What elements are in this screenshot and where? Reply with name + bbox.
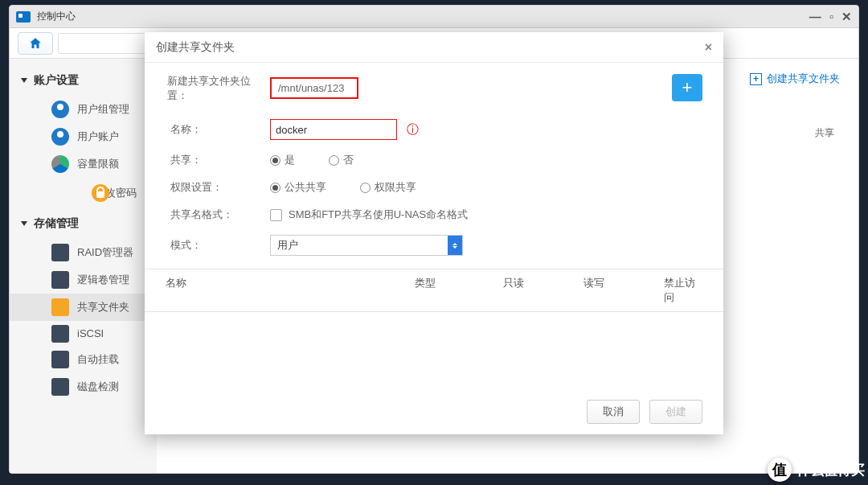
sidebar-item-quota[interactable]: 容量限额 bbox=[10, 150, 157, 178]
add-path-button[interactable]: + bbox=[672, 74, 702, 101]
watermark-icon: 值 bbox=[768, 458, 792, 482]
sidebar-item-password[interactable]: 修改密码 bbox=[10, 178, 157, 208]
perm-restrict-radio[interactable]: 权限共享 bbox=[360, 180, 416, 195]
share-no-radio[interactable]: 否 bbox=[329, 153, 354, 167]
hint-text: 共享 bbox=[815, 126, 834, 140]
lock-icon bbox=[92, 184, 109, 202]
sidebar-item-automount[interactable]: 自动挂载 bbox=[10, 346, 157, 373]
modal-header: 创建共享文件夹 × bbox=[145, 32, 723, 63]
home-button[interactable] bbox=[18, 32, 53, 55]
perm-public-radio[interactable]: 公共共享 bbox=[270, 180, 326, 195]
col-readwrite: 读写 bbox=[583, 276, 664, 305]
radio-icon bbox=[270, 155, 280, 166]
radio-icon bbox=[360, 183, 371, 193]
name-label: 名称： bbox=[166, 122, 270, 137]
path-label: 新建共享文件夹位置： bbox=[166, 74, 270, 103]
cancel-button[interactable]: 取消 bbox=[587, 400, 640, 424]
raid-icon bbox=[51, 244, 69, 261]
sidebar: 账户设置 用户组管理 用户账户 容量限额 修改密码 存储管理 RAID管理器 逻… bbox=[10, 59, 157, 473]
app-icon bbox=[16, 11, 31, 23]
mount-icon bbox=[51, 351, 69, 368]
name-input[interactable] bbox=[270, 119, 397, 140]
create-button[interactable]: 创建 bbox=[649, 400, 702, 424]
col-readonly: 只读 bbox=[503, 276, 583, 305]
select-arrows-icon bbox=[448, 236, 462, 255]
format-label: 共享名格式： bbox=[166, 208, 270, 222]
share-yes-radio[interactable]: 是 bbox=[270, 153, 295, 167]
sidebar-item-sharedfolder[interactable]: 共享文件夹 bbox=[10, 294, 157, 321]
minimize-button[interactable]: — bbox=[809, 10, 821, 24]
col-type: 类型 bbox=[415, 276, 503, 305]
checkbox-icon bbox=[270, 209, 282, 221]
users-icon bbox=[51, 101, 69, 118]
user-icon bbox=[51, 128, 69, 146]
create-folder-modal: 创建共享文件夹 × 新建共享文件夹位置： /mnt/unas/123 + 名称：… bbox=[145, 32, 723, 434]
radio-icon bbox=[329, 155, 339, 166]
maximize-button[interactable]: ▫ bbox=[829, 10, 833, 24]
sidebar-item-useraccount[interactable]: 用户账户 bbox=[10, 123, 157, 150]
plus-icon: + bbox=[750, 73, 762, 85]
share-label: 共享： bbox=[166, 153, 270, 167]
sidebar-item-lvm[interactable]: 逻辑卷管理 bbox=[10, 266, 157, 294]
modal-title: 创建共享文件夹 bbox=[156, 40, 235, 55]
create-shared-folder-button[interactable]: + 创建共享文件夹 bbox=[744, 68, 845, 89]
sidebar-item-iscsi[interactable]: iSCSI bbox=[10, 321, 157, 346]
plus-icon: + bbox=[682, 77, 693, 98]
format-checkbox[interactable]: SMB和FTP共享名使用U-NAS命名格式 bbox=[270, 208, 468, 222]
quota-icon bbox=[51, 155, 69, 173]
modal-close-button[interactable]: × bbox=[705, 40, 712, 55]
radio-icon bbox=[270, 183, 280, 193]
section-storage[interactable]: 存储管理 bbox=[10, 208, 157, 239]
table-header: 名称 类型 只读 读写 禁止访问 bbox=[145, 269, 723, 312]
col-deny: 禁止访问 bbox=[664, 276, 702, 305]
col-name: 名称 bbox=[166, 276, 415, 305]
path-value: /mnt/unas/123 bbox=[270, 77, 358, 99]
sidebar-item-diskcheck[interactable]: 磁盘检测 bbox=[10, 373, 157, 401]
mode-label: 模式： bbox=[166, 238, 270, 253]
home-icon bbox=[28, 36, 43, 51]
sidebar-item-raid[interactable]: RAID管理器 bbox=[10, 239, 157, 266]
iscsi-icon bbox=[51, 325, 69, 343]
watermark: 值 什么值得买 bbox=[768, 458, 865, 482]
perm-label: 权限设置： bbox=[166, 180, 270, 195]
folder-icon bbox=[51, 298, 69, 316]
volume-icon bbox=[51, 271, 69, 289]
window-title: 控制中心 bbox=[37, 10, 76, 23]
error-icon: ⓘ bbox=[407, 122, 419, 138]
close-window-button[interactable]: ✕ bbox=[841, 10, 852, 24]
disk-icon bbox=[51, 378, 69, 396]
titlebar: 控制中心 — ▫ ✕ bbox=[10, 6, 858, 28]
sidebar-item-usergroup[interactable]: 用户组管理 bbox=[10, 96, 157, 123]
section-accounts[interactable]: 账户设置 bbox=[10, 65, 157, 96]
mode-select[interactable]: 用户 bbox=[270, 235, 463, 256]
